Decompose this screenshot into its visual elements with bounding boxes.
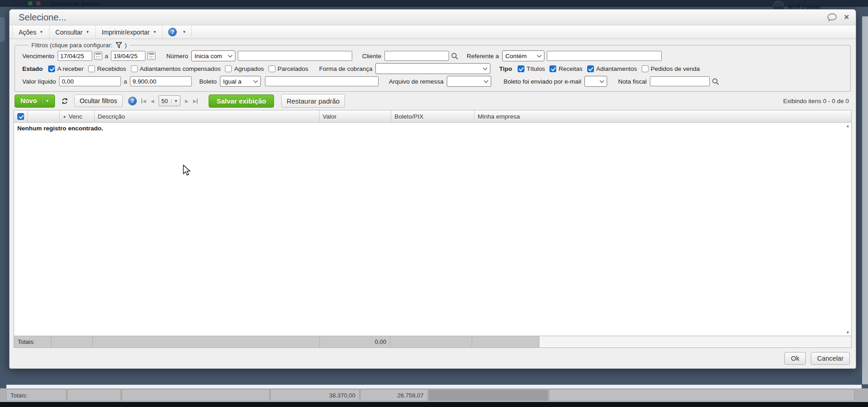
background-scrollbar-thumb	[429, 389, 548, 401]
totals-valor: 0,00	[320, 336, 390, 347]
cliente-input[interactable]	[384, 51, 449, 61]
page-size-select[interactable]: 50 ▼	[159, 95, 180, 106]
scroll-up-icon[interactable]: ▲	[846, 124, 850, 128]
checkbox-adiantamentos[interactable]: Adiantamentos	[587, 65, 637, 72]
chevron-down-icon[interactable]: ▼	[45, 99, 49, 103]
menu-acoes[interactable]: Ações ▼	[12, 25, 50, 39]
checkbox-pedidos-de-venda[interactable]: Pedidos de venda	[642, 65, 700, 72]
checkbox-recebidos[interactable]: Recebidos	[88, 65, 126, 72]
column-minha-empresa[interactable]: Minha empresa	[474, 110, 851, 122]
menu-acoes-label: Ações	[19, 29, 36, 36]
background-totals-cell	[549, 389, 854, 401]
checkbox-box[interactable]	[587, 65, 594, 72]
dialog-menubar: Ações ▼ Consultar ▼ Imprimir/exportar ▼ …	[10, 25, 856, 39]
checkbox-label: Adiantamentos compensados	[140, 65, 221, 72]
referente-input[interactable]	[547, 51, 662, 61]
first-page-button[interactable]: ◀	[141, 99, 146, 104]
range-separator: a	[124, 78, 127, 85]
nota-fiscal-input[interactable]	[650, 76, 710, 86]
prev-page-button[interactable]: ◀	[150, 99, 154, 104]
help-icon[interactable]: ?	[168, 28, 177, 36]
background-grid-totals-row: Totais: 38.370,00 26.759,07	[0, 388, 868, 402]
search-icon[interactable]	[451, 52, 459, 60]
background-total-value-2: 26.759,07	[360, 389, 428, 401]
scroll-down-icon[interactable]: ▼	[846, 330, 850, 335]
select-all-header[interactable]	[14, 110, 28, 122]
referente-operator-select[interactable]: Contém	[502, 50, 544, 61]
column-descricao[interactable]: Descrição	[95, 110, 319, 122]
menu-consultar[interactable]: Consultar ▼	[50, 25, 96, 39]
checkbox-receitas[interactable]: Receitas	[549, 65, 583, 72]
select-all-checkbox[interactable]	[17, 113, 24, 120]
checkbox-box[interactable]	[642, 65, 649, 72]
checkbox-label: Adiantamentos	[596, 65, 637, 72]
search-icon[interactable]	[712, 78, 719, 85]
column-actions[interactable]	[28, 110, 60, 122]
calendar-icon[interactable]	[147, 52, 155, 60]
checkbox-label: Títulos	[527, 65, 545, 72]
chevron-down-icon	[600, 79, 604, 83]
background-window-content-edge	[6, 385, 862, 388]
refresh-button[interactable]	[59, 95, 70, 107]
ocultar-filtros-button[interactable]: Ocultar filtros	[74, 94, 122, 107]
help-icon[interactable]: ?	[128, 97, 137, 105]
novo-button[interactable]: Novo ▼	[15, 94, 55, 108]
salvar-exibicao-button[interactable]: Salvar exibição	[209, 94, 274, 108]
checkbox-adiantamentos-compensados[interactable]: Adiantamentos compensados	[131, 65, 221, 72]
ok-button[interactable]: Ok	[784, 352, 806, 365]
boleto-operator-value: Igual a	[223, 78, 242, 85]
results-grid: ▲ Venc Descrição Valor Boleto/PIX Minha …	[14, 110, 852, 348]
comment-icon[interactable]	[827, 13, 837, 21]
menu-imprimir-exportar[interactable]: Imprimir/exportar ▼	[96, 25, 163, 39]
button-split-divider	[41, 96, 42, 106]
dialog-titlebar: Selecione... ✕	[10, 10, 856, 25]
forma-cobranca-label: Forma de cobrança	[319, 65, 372, 72]
filters-legend[interactable]: Filtros (clique para configurar: )	[29, 42, 130, 49]
vencimento-from-input[interactable]	[58, 51, 92, 61]
checkbox-box[interactable]	[48, 65, 55, 72]
column-valor[interactable]: Valor	[319, 110, 391, 122]
checkbox-box[interactable]	[225, 65, 232, 72]
checkbox-titulos[interactable]: Títulos	[518, 65, 545, 72]
checkbox-box[interactable]	[518, 65, 524, 72]
filters-panel[interactable]: Filtros (clique para configurar: ) Venci…	[15, 42, 851, 92]
checkbox-parcelados[interactable]: Parcelados	[269, 65, 309, 72]
checkbox-a-receber[interactable]: A receber	[48, 65, 84, 72]
restaurar-padrao-button[interactable]: Restaurar padrão	[281, 94, 345, 108]
boleto-operator-select[interactable]: Igual a	[220, 76, 261, 87]
checkbox-label: Pedidos de venda	[651, 65, 700, 72]
checkbox-agrupados[interactable]: Agrupados	[225, 65, 264, 72]
last-page-button[interactable]: ▶	[193, 99, 198, 104]
empty-message: Nenhum registro encontrado.	[17, 125, 103, 132]
filter-funnel-icon	[115, 42, 122, 49]
chevron-down-icon: ▼	[86, 30, 90, 34]
checkbox-box[interactable]	[269, 65, 275, 72]
boleto-input[interactable]	[265, 76, 379, 86]
refresh-icon	[61, 97, 69, 105]
items-count-status: Exibindo itens 0 - 0 de 0	[783, 98, 851, 104]
column-venc[interactable]: ▲ Venc	[60, 110, 95, 122]
arquivo-remessa-select[interactable]	[447, 76, 491, 87]
checkbox-box[interactable]	[131, 65, 138, 72]
cancelar-button[interactable]: Cancelar	[811, 352, 850, 365]
next-page-button[interactable]: ▶	[185, 99, 189, 104]
calendar-icon[interactable]	[94, 52, 102, 60]
forma-cobranca-select[interactable]	[375, 63, 490, 74]
checkbox-box[interactable]	[88, 65, 95, 72]
vencimento-to-input[interactable]	[111, 51, 145, 61]
numero-operator-select[interactable]: Inicia com	[191, 50, 235, 61]
numero-input[interactable]	[238, 51, 352, 61]
boleto-email-select[interactable]	[584, 76, 607, 87]
totals-scroll-track[interactable]	[539, 336, 851, 347]
background-window-edge-left	[0, 17, 5, 42]
chevron-down-icon[interactable]: ▼	[182, 30, 186, 34]
checkbox-box[interactable]	[549, 65, 556, 72]
close-icon[interactable]: ✕	[843, 13, 849, 21]
valor-liquido-from-input[interactable]	[59, 76, 121, 86]
column-boleto-pix[interactable]: Boleto/PIX	[391, 110, 474, 122]
valor-liquido-label: Valor líquido	[22, 78, 56, 85]
valor-liquido-to-input[interactable]	[130, 76, 192, 86]
grid-header: ▲ Venc Descrição Valor Boleto/PIX Minha …	[14, 110, 851, 123]
estado-label: Estado	[22, 65, 43, 72]
arquivo-remessa-label: Arquivo de remessa	[389, 78, 444, 85]
